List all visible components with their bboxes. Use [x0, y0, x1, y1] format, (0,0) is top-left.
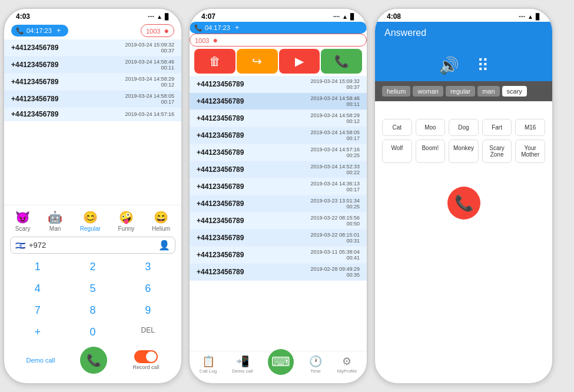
dialpad-1: 1 2 3 4 5 6 7 8 9 + 0 DEL [4, 256, 181, 343]
red-dot-2: ● [213, 35, 218, 45]
funny-icon: 🤪 [119, 210, 134, 224]
call-item-2-4[interactable]: +44123456789 2019-03-24 14:58:05 00:17 [190, 127, 367, 144]
sound-scary-zone[interactable]: Scary Zone [482, 139, 512, 163]
voice-regular[interactable]: 😊 Regular [80, 210, 101, 232]
call-count-value-1: 1003 [146, 28, 160, 35]
dial-3[interactable]: 3 [120, 256, 175, 278]
sound-monkey[interactable]: Monkey [449, 139, 479, 163]
nav-myprofile[interactable]: ⚙ MyProfile [337, 355, 357, 375]
wifi-icon-3: ▲ [527, 14, 533, 20]
call-number: +44123456789 [11, 78, 58, 86]
sound-your-mother[interactable]: Your Mother [515, 139, 545, 163]
bottom-nav-2: 📋 Call Log 📲 Demo call ⌨ 🕐 Time ⚙ MyProf… [190, 351, 367, 383]
voice-man[interactable]: 🤖 Man [48, 210, 62, 232]
dialpad-button[interactable]: ⠿ [477, 56, 489, 75]
status-icons-3: ···· ▲ ▊ [519, 14, 540, 20]
timer-bar-1: 📞 04:17:23 + 1003 ● [4, 22, 181, 39]
sound-moo[interactable]: Moo [416, 119, 446, 136]
voice-scary[interactable]: 😈 Scary [15, 210, 31, 232]
record-toggle[interactable] [134, 350, 158, 363]
end-call-area: 📞 [375, 169, 552, 231]
dial-7[interactable]: 7 [10, 300, 65, 321]
sound-boom[interactable]: Boom! [416, 139, 446, 163]
call-item-2-1[interactable]: +44123456789 2019-03-24 15:09:32 00:37 [190, 76, 367, 93]
signal-icon: ···· [148, 14, 154, 20]
regular-icon: 😊 [83, 210, 98, 224]
status-time-1: 4:03 [16, 12, 30, 21]
call-button-1[interactable]: 📞 [80, 347, 107, 374]
dial-5[interactable]: 5 [65, 278, 121, 300]
dial-9[interactable]: 9 [120, 300, 175, 321]
red-dot-1: ● [164, 26, 169, 35]
tab-man[interactable]: man [477, 86, 499, 97]
call-item-2-5[interactable]: +44123456789 2019-03-24 14:57:16 00:25 [190, 144, 367, 161]
nav-dialpad-btn[interactable]: ⌨ [268, 349, 294, 375]
voice-funny[interactable]: 🤪 Funny [118, 210, 135, 232]
phone1-content: 📞 04:17:23 + 1003 ● +44123456789 2019-03… [4, 22, 181, 383]
status-bar-1: 4:03 ···· ▲ ▊ [4, 9, 181, 22]
call-item-1-5[interactable]: +44123456789 2019-03-24 14:57:16 [4, 108, 181, 121]
dial-0[interactable]: 0 [65, 321, 121, 343]
status-bar-3: 4:08 ···· ▲ ▊ [375, 9, 552, 22]
timer-badge-1: 📞 04:17:23 + [11, 25, 68, 36]
dial-4[interactable]: 4 [10, 278, 65, 300]
timer-value-1: 04:17:23 [26, 27, 52, 34]
call-item-1-2[interactable]: +44123456789 2019-03-24 14:58:46 00:11 [4, 57, 181, 74]
dial-del[interactable]: DEL [120, 321, 175, 343]
speaker-button[interactable]: 🔊 [439, 56, 459, 75]
sound-cat[interactable]: Cat [382, 119, 412, 136]
dial-6[interactable]: 6 [120, 278, 175, 300]
demo-call-label: Demo call [232, 368, 253, 374]
forward-action-btn[interactable]: ↪ [237, 49, 278, 74]
call-number: +44123456789 [197, 131, 244, 139]
dial-2[interactable]: 2 [65, 256, 121, 278]
dial-plus[interactable]: + [10, 321, 65, 343]
call-item-2-9[interactable]: +44123456789 2019-03-22 08:15:56 00:50 [190, 212, 367, 230]
sound-wolf[interactable]: Wolf [382, 139, 412, 163]
call-item-2-6[interactable]: +44123456789 2019-03-24 14:52:33 00:22 [190, 161, 367, 178]
call-item-2-2[interactable]: +44123456789 2019-03-24 14:58:46 00:11 [190, 93, 367, 110]
man-icon: 🤖 [48, 210, 62, 224]
call-item-2-10[interactable]: +44123456789 2019-03-22 08:15:01 00:31 [190, 230, 367, 247]
call-meta: 2019-03-24 14:36:13 00:17 [310, 181, 360, 192]
call-number: +44123456789 [197, 114, 244, 122]
contact-icon[interactable]: 👤 [158, 240, 170, 251]
call-item-1-3[interactable]: +44123456789 2019-03-24 14:58:29 00:12 [4, 74, 181, 91]
nav-demo-call[interactable]: 📲 Demo call [232, 355, 253, 375]
call-item-2-12[interactable]: +44123456789 2019-02-28 09:49:29 00:35 [190, 264, 367, 281]
play-action-btn[interactable]: ▶ [279, 49, 320, 74]
timer-plus-1[interactable]: + [54, 26, 64, 35]
call-item-2-3[interactable]: +44123456789 2019-03-24 14:58:29 00:12 [190, 110, 367, 127]
sound-fart[interactable]: Fart [482, 119, 512, 136]
call-number: +44123456789 [11, 44, 58, 52]
call-item-1-4[interactable]: +44123456789 2019-03-24 14:58:05 00:17 [4, 91, 181, 108]
call-item-2-11[interactable]: +44123456789 2019-03-11 05:38:04 00:41 [190, 247, 367, 264]
sound-m16[interactable]: M16 [515, 119, 545, 136]
voice-helium[interactable]: 😄 Helium [152, 210, 170, 232]
call-item-2-8[interactable]: +44123456789 2019-03-23 13:01:34 00:25 [190, 195, 367, 212]
call-meta: 2019-03-24 14:58:05 00:17 [125, 93, 174, 105]
nav-time[interactable]: 🕐 Time [309, 355, 322, 375]
delete-action-btn[interactable]: 🗑 [194, 49, 235, 74]
sound-dog[interactable]: Dog [449, 119, 479, 136]
nav-call-log[interactable]: 📋 Call Log [200, 355, 217, 375]
call-item-1-1[interactable]: +44123456789 2019-03-24 15:09:32 00:37 [4, 39, 181, 57]
dial-1[interactable]: 1 [10, 256, 65, 278]
call-action-btn[interactable]: 📞 [321, 49, 362, 74]
flag-input-1[interactable]: 🇮🇱 +972 👤 [10, 237, 175, 254]
call-number: +44123456789 [197, 182, 244, 191]
demo-call-button-1[interactable]: Demo call [26, 357, 55, 364]
call-item-2-7[interactable]: +44123456789 2019-03-24 14:36:13 00:17 [190, 178, 367, 195]
media-controls: 🔊 ⠿ [375, 44, 552, 81]
helium-label: Helium [152, 225, 170, 232]
dial-8[interactable]: 8 [65, 300, 121, 321]
tab-regular[interactable]: regular [446, 86, 475, 97]
tab-scary[interactable]: scary [502, 86, 527, 97]
end-call-button[interactable]: 📞 [447, 187, 480, 220]
phone-2: 4:07 ···· ▲ ▊ 📞 04:17:23 + 1003 ● 🗑 ↪ ▶ … [188, 8, 368, 384]
status-icons-2: ···· ▲ ▊ [333, 14, 355, 20]
tab-woman[interactable]: woman [413, 86, 443, 97]
answered-header: Answered [375, 22, 552, 44]
tab-helium[interactable]: helium [382, 86, 410, 97]
timer-plus-2[interactable]: + [233, 23, 242, 32]
